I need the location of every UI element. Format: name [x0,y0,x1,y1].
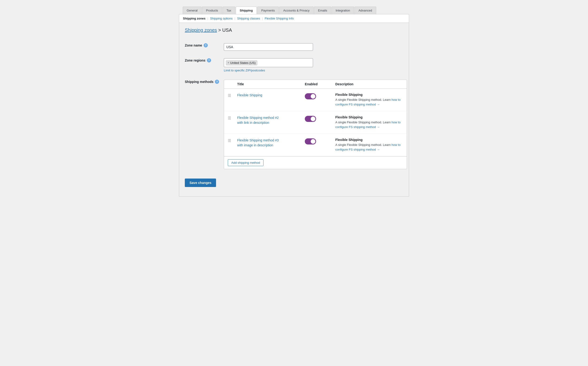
methods-wrapper: Title Enabled Description ☰ Flexible Sh [224,80,407,169]
subnav-active: Shipping zones [183,17,205,20]
subnav-sep2: | [234,17,235,20]
region-tag-label: United States (US) [230,61,256,65]
method-row-3: ☰ Flexible Shipping method #3 with image… [224,134,407,156]
tab-accounts-privacy[interactable]: Accounts & Privacy [279,7,314,14]
subnav-sep1: | [207,17,208,20]
shipping-methods-label-cell: Shipping methods ? [185,80,219,84]
method-desc-title-2: Flexible Shipping [335,115,403,119]
col-title-header: Title [237,82,305,86]
zone-name-help-icon[interactable]: ? [204,43,208,47]
tab-advanced[interactable]: Advanced [354,7,376,14]
method-title-link-2[interactable]: Flexible Shipping method #2 with link in… [237,116,279,124]
add-method-section: Add shipping method [224,156,407,169]
toggle-switch-2[interactable] [305,116,316,122]
method-desc-title-1: Flexible Shipping [335,93,403,97]
breadcrumb-current: USA [222,28,232,33]
region-tag-us: × United States (US) [226,60,257,65]
tab-tax[interactable]: Tax [223,7,235,14]
zone-regions-help-icon[interactable]: ? [207,58,211,62]
region-select-box[interactable]: × United States (US) [224,58,313,67]
col-enabled-header: Enabled [305,82,335,86]
main-content: Shipping zones > USA Zone name ? [179,23,409,196]
breadcrumb: Shipping zones > USA [185,28,403,33]
zone-regions-label-cell: Zone regions ? [185,58,219,62]
tab-integration[interactable]: Integration [332,7,354,14]
method-desc-text-2: A single Flexible Shipping method. Learn… [335,120,403,129]
breadcrumb-link[interactable]: Shipping zones [185,28,217,33]
shipping-methods-row: Shipping methods ? Title [185,76,407,173]
zone-regions-row: Zone regions ? × United States (US) [185,54,407,76]
zone-regions-label: Zone regions [185,59,205,62]
page-shell: General Products Tax Shipping Payments A… [0,0,588,366]
drag-handle-2[interactable]: ☰ [228,115,237,120]
tab-emails[interactable]: Emails [314,7,331,14]
method-enabled-2 [305,115,335,122]
content-area: Shipping zones | Shipping options | Ship… [179,14,409,197]
method-desc-title-3: Flexible Shipping [335,138,403,142]
drag-handle-3[interactable]: ☰ [228,138,237,143]
tab-general[interactable]: General [183,7,202,14]
toggle-switch-1[interactable] [305,93,316,99]
method-enabled-1 [305,93,335,99]
method-title-link-3[interactable]: Flexible Shipping method #3 with image i… [237,138,279,147]
subnav-sep3: | [262,17,263,20]
subnav-link-shipping-classes[interactable]: Shipping classes [237,17,260,20]
toggle-slider-2 [305,116,316,122]
page-wrapper: General Products Tax Shipping Payments A… [179,4,409,197]
drag-handle-1[interactable]: ☰ [228,93,237,98]
zone-name-row: Zone name ? [185,39,407,54]
method-enabled-3 [305,138,335,145]
subnav-link-flexible-shipping[interactable]: Flexible Shipping Info [265,17,294,20]
tab-shipping[interactable]: Shipping [236,7,257,14]
tab-payments[interactable]: Payments [257,7,279,14]
method-desc-text-3: A single Flexible Shipping method. Learn… [335,143,403,152]
top-tabs: General Products Tax Shipping Payments A… [179,4,409,14]
col-description-header: Description [335,82,403,86]
methods-table-header: Title Enabled Description [224,80,407,89]
shipping-methods-help-icon[interactable]: ? [215,80,219,84]
method-title-link-1[interactable]: Flexible Shipping [237,93,262,97]
subnav-link-shipping-options[interactable]: Shipping options [210,17,233,20]
zone-name-label: Zone name [185,44,202,47]
col-drag [228,82,237,86]
shipping-methods-label: Shipping methods [185,80,213,84]
zip-limit-link[interactable]: Limit to specific ZIP/postcodes [224,69,407,72]
zone-name-input[interactable] [224,43,313,51]
tab-products[interactable]: Products [202,7,222,14]
form-table: Zone name ? Z [185,39,407,173]
region-tag-remove[interactable]: × [227,61,229,64]
add-shipping-method-button[interactable]: Add shipping method [228,159,264,166]
breadcrumb-separator: > [218,28,222,33]
save-changes-button[interactable]: Save changes [185,179,216,187]
sub-nav: Shipping zones | Shipping options | Ship… [179,14,409,23]
toggle-slider-1 [305,93,316,99]
toggle-slider-3 [305,138,316,145]
toggle-switch-3[interactable] [305,138,316,145]
method-row-1: ☰ Flexible Shipping [224,89,407,111]
method-row-2: ☰ Flexible Shipping method #2 with link … [224,111,407,134]
method-desc-text-1: A single Flexible Shipping method. Learn… [335,98,403,107]
zone-name-label-cell: Zone name ? [185,43,219,47]
